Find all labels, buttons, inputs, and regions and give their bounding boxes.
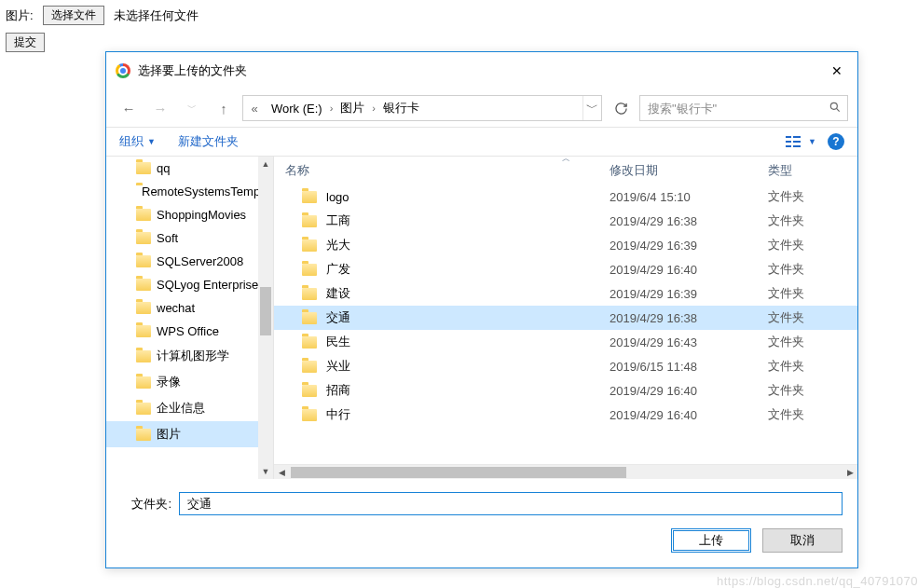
tree-item[interactable]: RemoteSystemsTempFiles (106, 180, 273, 203)
tree-item[interactable]: ShoppingMovies (106, 203, 273, 226)
scroll-left-icon[interactable]: ◀ (274, 465, 289, 480)
search-input[interactable] (646, 101, 829, 116)
svg-rect-3 (786, 145, 791, 147)
chevron-right-icon: › (370, 103, 377, 114)
tree-item[interactable]: SQLyog Enterprise (106, 273, 273, 296)
cell-type: 文件夹 (768, 382, 846, 399)
up-button[interactable]: ↑ (211, 96, 237, 120)
chrome-icon (116, 63, 130, 78)
tree-item-label: 图片 (157, 426, 181, 443)
cell-type: 文件夹 (768, 285, 846, 302)
tree-item[interactable]: qq (106, 157, 273, 180)
tree-item[interactable]: Soft (106, 226, 273, 250)
cell-name: 中行 (326, 406, 610, 423)
tree-item[interactable]: 企业信息 (106, 395, 273, 421)
table-row[interactable]: 交通2019/4/29 16:38文件夹 (274, 306, 857, 330)
tree-item-label: RemoteSystemsTempFiles (142, 185, 273, 198)
scroll-thumb[interactable] (291, 467, 626, 478)
folder-icon (136, 429, 151, 441)
help-button[interactable]: ? (828, 133, 844, 150)
folder-icon (302, 191, 317, 203)
cell-name: 工商 (326, 212, 610, 229)
search-box[interactable] (639, 95, 848, 121)
cell-date: 2019/4/29 16:39 (610, 287, 768, 301)
cell-type: 文件夹 (768, 406, 846, 423)
cell-name: 交通 (326, 309, 610, 326)
tree-item-label: 计算机图形学 (157, 348, 229, 364)
upload-button[interactable]: 上传 (671, 528, 751, 553)
tree-item[interactable]: 图片 (106, 421, 273, 447)
cell-name: 招商 (326, 382, 610, 399)
cell-date: 2019/6/15 11:48 (610, 360, 768, 374)
forward-button[interactable]: → (147, 96, 173, 120)
folder-name-input[interactable] (179, 492, 843, 515)
tree-item-label: wechat (157, 301, 195, 315)
horizontal-scrollbar[interactable]: ◀ ▶ (274, 464, 857, 479)
table-row[interactable]: 招商2019/4/29 16:40文件夹 (274, 378, 857, 403)
table-row[interactable]: 兴业2019/6/15 11:48文件夹 (274, 354, 857, 378)
refresh-button[interactable] (608, 95, 634, 121)
choose-file-button[interactable]: 选择文件 (43, 6, 104, 25)
scroll-right-icon[interactable]: ▶ (843, 465, 857, 480)
svg-rect-2 (786, 141, 791, 143)
dialog-footer: 文件夹: 上传 取消 (106, 479, 857, 567)
folder-icon (136, 302, 151, 314)
table-row[interactable]: logo2019/6/4 15:10文件夹 (274, 185, 857, 209)
folder-tree: qqRemoteSystemsTempFilesShoppingMoviesSo… (106, 157, 274, 479)
breadcrumb-seg-0[interactable]: Work (E:) (266, 102, 328, 116)
cell-date: 2019/4/29 16:40 (610, 263, 768, 277)
organize-button[interactable]: 组织 ▼ (119, 133, 156, 150)
new-folder-button[interactable]: 新建文件夹 (178, 133, 239, 150)
close-button[interactable]: ✕ (816, 58, 857, 84)
cell-type: 文件夹 (768, 188, 846, 205)
cell-name: 建设 (326, 285, 610, 302)
breadcrumb[interactable]: « Work (E:) › 图片 › 银行卡 ﹀ (242, 95, 602, 121)
breadcrumb-dropdown[interactable]: ﹀ (582, 96, 601, 120)
tree-item[interactable]: 录像 (106, 369, 273, 395)
column-date[interactable]: 修改日期 (610, 162, 768, 179)
svg-rect-6 (793, 145, 801, 147)
scroll-up-icon[interactable]: ▲ (258, 157, 273, 171)
breadcrumb-seg-1[interactable]: 图片 (335, 100, 370, 116)
breadcrumb-history-icon[interactable]: « (243, 102, 266, 116)
submit-button[interactable]: 提交 (6, 33, 45, 52)
recent-dropdown[interactable]: ﹀ (179, 96, 205, 120)
file-label: 图片: (6, 7, 34, 24)
chevron-right-icon: › (328, 103, 336, 114)
table-row[interactable]: 广发2019/4/29 16:40文件夹 (274, 257, 857, 281)
search-icon[interactable] (829, 101, 842, 116)
table-row[interactable]: 建设2019/4/29 16:39文件夹 (274, 281, 857, 306)
tree-item[interactable]: 计算机图形学 (106, 343, 273, 369)
tree-item[interactable]: SQLServer2008 (106, 250, 273, 273)
folder-icon (302, 288, 317, 300)
scroll-down-icon[interactable]: ▼ (258, 464, 273, 479)
tree-scrollbar[interactable]: ▲ ▼ (258, 157, 273, 479)
scroll-thumb[interactable] (260, 287, 271, 335)
folder-icon (302, 239, 317, 252)
folder-field-label: 文件夹: (121, 496, 171, 513)
cell-date: 2019/6/4 15:10 (610, 190, 768, 204)
tree-item-label: ShoppingMovies (157, 208, 246, 222)
column-type[interactable]: 类型 (768, 162, 846, 179)
cancel-button[interactable]: 取消 (762, 528, 843, 553)
folder-icon (136, 403, 151, 415)
table-row[interactable]: 中行2019/4/29 16:40文件夹 (274, 403, 857, 427)
table-row[interactable]: 工商2019/4/29 16:38文件夹 (274, 209, 857, 233)
view-button[interactable]: ▼ (786, 135, 816, 148)
folder-icon (136, 350, 151, 362)
cell-name: 广发 (326, 261, 610, 278)
tree-item[interactable]: WPS Office (106, 320, 273, 343)
folder-icon (136, 209, 151, 221)
breadcrumb-seg-2[interactable]: 银行卡 (377, 100, 425, 116)
folder-icon (302, 312, 317, 324)
back-button[interactable]: ← (116, 96, 142, 120)
cell-date: 2019/4/29 16:43 (610, 335, 768, 349)
table-row[interactable]: 光大2019/4/29 16:39文件夹 (274, 233, 857, 257)
tree-item[interactable]: wechat (106, 296, 273, 320)
cell-name: 兴业 (326, 358, 610, 375)
folder-icon (136, 325, 151, 337)
table-row[interactable]: 民生2019/4/29 16:43文件夹 (274, 330, 857, 354)
cell-type: 文件夹 (768, 334, 846, 350)
svg-rect-5 (793, 141, 801, 143)
cell-name: logo (326, 190, 610, 204)
